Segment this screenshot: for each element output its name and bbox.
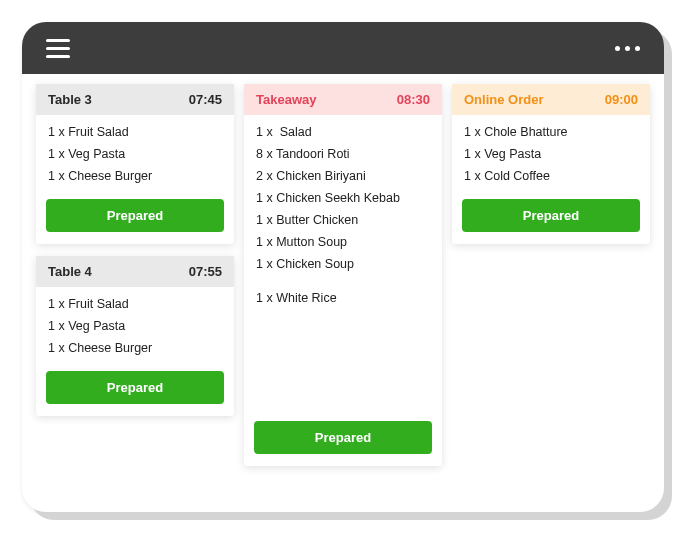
order-card-takeaway: Takeaway 08:30 1 x Salad 8 x Tandoori Ro… xyxy=(244,84,442,466)
list-item: 1 x Veg Pasta xyxy=(48,147,222,161)
prepared-button[interactable]: Prepared xyxy=(254,421,432,454)
list-item: 1 x Fruit Salad xyxy=(48,125,222,139)
order-time: 07:55 xyxy=(189,264,222,279)
list-item: 1 x Mutton Soup xyxy=(256,235,430,249)
order-header: Takeaway 08:30 xyxy=(244,84,442,115)
prepared-button[interactable]: Prepared xyxy=(462,199,640,232)
list-item: 1 x Veg Pasta xyxy=(48,319,222,333)
order-card-table4: Table 4 07:55 1 x Fruit Salad 1 x Veg Pa… xyxy=(36,256,234,416)
list-item: 1 x White Rice xyxy=(256,291,430,305)
order-title: Table 4 xyxy=(48,264,92,279)
kds-device: Table 3 07:45 1 x Fruit Salad 1 x Veg Pa… xyxy=(22,22,664,512)
order-time: 07:45 xyxy=(189,92,222,107)
column-3: Online Order 09:00 1 x Chole Bhatture 1 … xyxy=(452,84,650,244)
order-header: Online Order 09:00 xyxy=(452,84,650,115)
menu-icon[interactable] xyxy=(46,39,70,58)
order-items: 1 x Fruit Salad 1 x Veg Pasta 1 x Cheese… xyxy=(36,115,234,191)
list-item: 1 x Cheese Burger xyxy=(48,341,222,355)
list-item: 1 x Cheese Burger xyxy=(48,169,222,183)
list-item: 1 x Chicken Soup xyxy=(256,257,430,271)
order-title: Online Order xyxy=(464,92,543,107)
list-item: 1 x Veg Pasta xyxy=(464,147,638,161)
list-item: 1 x Chicken Seekh Kebab xyxy=(256,191,430,205)
order-items: 1 x Salad 8 x Tandoori Roti 2 x Chicken … xyxy=(244,115,442,313)
column-1: Table 3 07:45 1 x Fruit Salad 1 x Veg Pa… xyxy=(36,84,234,416)
order-header: Table 3 07:45 xyxy=(36,84,234,115)
order-items: 1 x Chole Bhatture 1 x Veg Pasta 1 x Col… xyxy=(452,115,650,191)
order-card-online: Online Order 09:00 1 x Chole Bhatture 1 … xyxy=(452,84,650,244)
order-time: 09:00 xyxy=(605,92,638,107)
list-item: 1 x Butter Chicken xyxy=(256,213,430,227)
column-2: Takeaway 08:30 1 x Salad 8 x Tandoori Ro… xyxy=(244,84,442,466)
prepared-button[interactable]: Prepared xyxy=(46,199,224,232)
list-item: 1 x Fruit Salad xyxy=(48,297,222,311)
list-item: 8 x Tandoori Roti xyxy=(256,147,430,161)
list-item: 1 x Cold Coffee xyxy=(464,169,638,183)
order-header: Table 4 07:55 xyxy=(36,256,234,287)
order-time: 08:30 xyxy=(397,92,430,107)
order-card-table3: Table 3 07:45 1 x Fruit Salad 1 x Veg Pa… xyxy=(36,84,234,244)
order-items: 1 x Fruit Salad 1 x Veg Pasta 1 x Cheese… xyxy=(36,287,234,363)
list-item: 1 x Salad xyxy=(256,125,430,139)
top-bar xyxy=(22,22,664,74)
more-icon[interactable] xyxy=(615,46,640,51)
list-item: 1 x Chole Bhatture xyxy=(464,125,638,139)
order-title: Table 3 xyxy=(48,92,92,107)
orders-board: Table 3 07:45 1 x Fruit Salad 1 x Veg Pa… xyxy=(22,74,664,476)
order-title: Takeaway xyxy=(256,92,316,107)
prepared-button[interactable]: Prepared xyxy=(46,371,224,404)
list-item: 2 x Chicken Biriyani xyxy=(256,169,430,183)
